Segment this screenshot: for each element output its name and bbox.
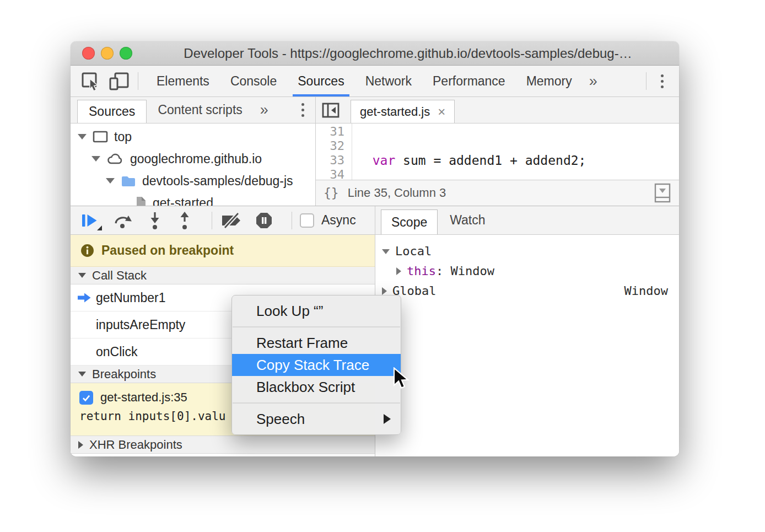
menu-item-copy-stack-trace[interactable]: Copy Stack Trace xyxy=(232,354,401,376)
frame-name: onClick xyxy=(96,345,137,359)
cloud-icon xyxy=(106,153,124,165)
menu-item-look-up[interactable]: Look Up “” xyxy=(232,300,401,322)
tab-scope[interactable]: Scope xyxy=(381,209,438,234)
breakpoint-location: get-started.js:35 xyxy=(100,390,187,405)
resume-dropdown-icon[interactable] xyxy=(97,225,102,230)
tree-item-label: devtools-samples/debug-js xyxy=(142,174,293,189)
scope-this-row[interactable]: this: Window xyxy=(382,261,670,281)
pause-on-exceptions-button[interactable] xyxy=(255,212,273,229)
more-navigator-tabs-icon[interactable]: » xyxy=(254,101,275,119)
xhr-breakpoints-header[interactable]: XHR Breakpoints xyxy=(71,436,375,454)
navigator-tabbar: Sources Content scripts » xyxy=(71,97,315,123)
line-number[interactable]: 31 xyxy=(316,125,344,139)
editor-tab-label: get-started.js xyxy=(360,105,430,119)
expand-object-icon[interactable] xyxy=(396,267,401,275)
navigator-pane: Sources Content scripts » top googlechro… xyxy=(71,97,316,206)
tree-item-top[interactable]: top xyxy=(71,126,315,148)
current-frame-arrow-icon xyxy=(77,292,92,304)
minimize-window-button[interactable] xyxy=(101,47,114,60)
resume-script-button[interactable] xyxy=(80,212,98,229)
tab-network[interactable]: Network xyxy=(355,66,422,96)
paused-banner: Paused on breakpoint xyxy=(71,235,375,267)
code-editor[interactable]: 31 32 33 34 var sum = addend1 + addend2;… xyxy=(316,123,679,180)
paused-banner-label: Paused on breakpoint xyxy=(101,243,234,258)
breakpoint-checkbox[interactable] xyxy=(79,391,93,405)
deactivate-breakpoints-button[interactable] xyxy=(220,212,243,229)
menu-item-label: Speech xyxy=(256,411,305,428)
device-toolbar-icon[interactable] xyxy=(108,71,130,91)
menu-item-blackbox-script[interactable]: Blackbox Script xyxy=(232,376,401,398)
collapse-scope-icon[interactable] xyxy=(382,249,390,254)
debugger-toolbar: Async xyxy=(71,206,375,235)
editor-tab-get-started[interactable]: get-started.js × xyxy=(351,100,455,123)
tree-item-folder[interactable]: devtools-samples/debug-js xyxy=(71,170,315,192)
file-tree: top googlechrome.github.io devtools-samp… xyxy=(71,123,315,206)
scope-pane: Scope Watch Local this: Window Global Wi… xyxy=(375,206,679,456)
tree-item-file[interactable]: get-started xyxy=(71,192,315,206)
close-window-button[interactable] xyxy=(82,47,95,60)
line-number-gutter[interactable]: 31 32 33 34 xyxy=(316,123,352,180)
main-menu-icon[interactable] xyxy=(654,74,670,88)
zoom-window-button[interactable] xyxy=(120,47,132,60)
tree-item-domain[interactable]: googlechrome.github.io xyxy=(71,148,315,170)
editor-status-bar: {} Line 35, Column 3 xyxy=(316,180,679,206)
tab-memory[interactable]: Memory xyxy=(516,66,583,96)
property-value: : Window xyxy=(436,264,494,278)
more-tabs-icon[interactable]: » xyxy=(583,73,604,90)
scope-tree: Local this: Window Global Window xyxy=(375,235,679,456)
tab-sources[interactable]: Sources xyxy=(287,66,354,96)
expanded-arrow-icon[interactable] xyxy=(106,178,115,184)
mouse-cursor xyxy=(392,367,410,391)
pretty-print-icon[interactable]: {} xyxy=(324,186,339,200)
submenu-arrow-icon xyxy=(384,414,391,424)
file-icon xyxy=(136,196,147,206)
tree-item-label: get-started xyxy=(153,196,213,206)
tab-performance[interactable]: Performance xyxy=(422,66,516,96)
menu-item-restart-frame[interactable]: Restart Frame xyxy=(232,332,401,354)
cursor-position-label: Line 35, Column 3 xyxy=(348,186,446,200)
async-checkbox[interactable] xyxy=(300,213,314,228)
line-number[interactable]: 34 xyxy=(316,168,344,180)
tab-elements[interactable]: Elements xyxy=(146,66,220,96)
main-toolbar: Elements Console Sources Network Perform… xyxy=(71,66,679,97)
call-stack-title: Call Stack xyxy=(92,268,147,283)
expand-section-icon[interactable] xyxy=(78,441,83,449)
navigator-menu-icon[interactable] xyxy=(295,103,311,117)
menu-separator xyxy=(233,402,400,404)
scope-local-section[interactable]: Local xyxy=(382,241,670,261)
tab-console[interactable]: Console xyxy=(220,66,287,96)
line-number[interactable]: 33 xyxy=(316,153,344,168)
collapse-sidebar-icon[interactable] xyxy=(321,97,341,123)
scope-tabbar: Scope Watch xyxy=(375,206,679,235)
toolbar-divider xyxy=(212,212,212,229)
tab-content-scripts[interactable]: Content scripts xyxy=(147,97,253,123)
tab-watch[interactable]: Watch xyxy=(438,206,497,234)
collapse-section-icon[interactable] xyxy=(78,273,86,278)
collapse-section-icon[interactable] xyxy=(78,372,86,377)
call-stack-header[interactable]: Call Stack xyxy=(71,267,375,284)
tab-navigator-sources[interactable]: Sources xyxy=(77,100,147,123)
inspect-element-icon[interactable] xyxy=(80,71,100,91)
expanded-arrow-icon[interactable] xyxy=(91,156,100,162)
devtools-window-body: Developer Tools - https://googlechrome.g… xyxy=(71,41,679,456)
step-over-button[interactable] xyxy=(112,212,133,229)
step-out-button[interactable] xyxy=(176,211,193,230)
sources-panel: Sources Content scripts » top googlechro… xyxy=(71,97,679,206)
scope-global-section[interactable]: Global Window xyxy=(382,281,670,301)
menu-separator xyxy=(233,326,400,327)
step-into-button[interactable] xyxy=(147,211,163,230)
toolbar-divider xyxy=(292,212,292,229)
code-text[interactable]: var sum = addend1 + addend2; label.textC… xyxy=(352,123,679,180)
tree-item-label: googlechrome.github.io xyxy=(130,152,262,166)
titlebar[interactable]: Developer Tools - https://googlechrome.g… xyxy=(71,41,679,66)
menu-item-speech[interactable]: Speech xyxy=(232,408,401,430)
expanded-arrow-icon[interactable] xyxy=(78,134,87,139)
info-icon xyxy=(80,244,94,257)
toolbar-divider xyxy=(138,72,138,90)
show-drawer-icon[interactable] xyxy=(654,182,671,203)
expand-section-icon[interactable] xyxy=(382,287,387,295)
line-number[interactable]: 32 xyxy=(316,139,344,153)
close-tab-icon[interactable]: × xyxy=(438,104,445,120)
devtools-window: Developer Tools - https://googlechrome.g… xyxy=(71,41,679,456)
frame-name: getNumber1 xyxy=(96,291,166,305)
